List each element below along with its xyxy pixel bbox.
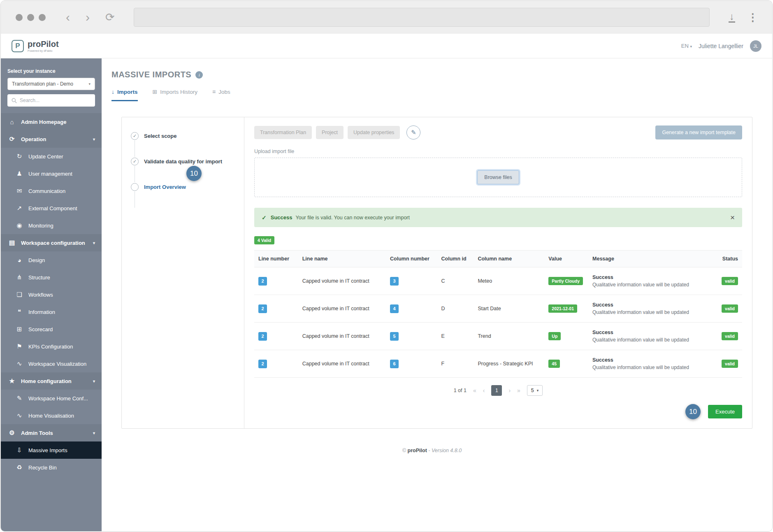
sidebar-item-monitoring[interactable]: ◉Monitoring: [1, 217, 102, 234]
update-properties-button[interactable]: Update properties: [348, 126, 400, 139]
user-icon: ♟: [15, 170, 24, 177]
window-dot[interactable]: [16, 14, 23, 21]
propilot-logo[interactable]: P proPilot Powered by dFakto: [12, 40, 59, 52]
sidebar-item-workspace-visualization[interactable]: ∿Workspace Visualization: [1, 355, 102, 372]
value-badge: Up: [548, 332, 561, 340]
instance-label: Select your instance: [1, 68, 102, 74]
chevron-down-icon: ▾: [537, 388, 539, 393]
step-import-overview[interactable]: Import Overview: [131, 182, 235, 191]
sidebar-item-label: Workspace Home Conf...: [28, 395, 88, 402]
avatar[interactable]: JL: [750, 40, 761, 52]
grid-icon: ⊞: [15, 325, 24, 333]
browser-chrome: ‹ › ⟳ ↓ ⋮: [1, 1, 772, 34]
sidebar-item-label: Massive Imports: [28, 447, 67, 453]
user-name[interactable]: Juliette Langellier: [699, 43, 743, 49]
window-dot[interactable]: [39, 14, 46, 21]
line-number-cell: 2: [254, 267, 298, 295]
sidebar-item-design[interactable]: ◕Design: [1, 251, 102, 269]
sidebar-item-information[interactable]: ❝Information: [1, 303, 102, 321]
column-number-badge: 5: [390, 332, 399, 341]
value-cell: 45: [544, 350, 588, 378]
tab-jobs[interactable]: ≡ Jobs: [212, 88, 230, 101]
trash-icon: ♻: [15, 464, 24, 471]
sidebar-item-update-center[interactable]: ↻Update Center: [1, 148, 102, 165]
sidebar-search[interactable]: [7, 94, 95, 107]
edit-scope-button[interactable]: ✎: [406, 125, 420, 139]
sidebar-item-home-visualisation[interactable]: ∿Home Visualisation: [1, 407, 102, 424]
first-page-icon[interactable]: «: [473, 387, 476, 394]
chevron-down-icon: ▾: [93, 241, 95, 245]
step-circle-icon: [131, 183, 139, 191]
next-page-icon[interactable]: ›: [508, 387, 511, 394]
sidebar-item-massive-imports[interactable]: ⇩Massive Imports: [1, 441, 102, 459]
sidebar-item-workspace-home-conf[interactable]: ✎Workspace Home Conf...: [1, 390, 102, 407]
reload-icon[interactable]: ⟳: [105, 12, 115, 23]
column-number-cell: 5: [386, 323, 437, 350]
sidebar-item-communication[interactable]: ✉Communication: [1, 182, 102, 200]
sidebar-item-structure[interactable]: ⋔Structure: [1, 269, 102, 286]
file-dropzone[interactable]: Browse files: [254, 158, 742, 197]
sidebar-item-label: Update Center: [28, 153, 63, 160]
generate-template-button[interactable]: Generate a new import template: [655, 125, 742, 139]
prev-page-icon[interactable]: ‹: [483, 387, 485, 394]
browse-files-button[interactable]: Browse files: [477, 170, 519, 184]
transformation-plan-button[interactable]: Transformation Plan: [254, 126, 312, 139]
current-page-button[interactable]: 1: [491, 385, 502, 396]
tab-imports-history[interactable]: ⊞ Imports History: [153, 88, 198, 101]
sidebar-item-kpis-configuration[interactable]: ⚑KPIs Configuration: [1, 338, 102, 355]
step-check-icon: ✓: [131, 158, 139, 165]
sidebar-item-operation[interactable]: ⟳Operation▾: [1, 130, 102, 148]
browser-menu-icon[interactable]: ⋮: [747, 11, 758, 24]
instance-select[interactable]: Transformation plan - Demo ▾: [7, 78, 95, 90]
back-icon[interactable]: ‹: [66, 11, 70, 23]
forward-icon[interactable]: ›: [86, 11, 90, 23]
step-select-scope[interactable]: ✓ Select scope: [131, 131, 235, 140]
alert-title: Success: [271, 214, 292, 221]
execute-button[interactable]: Execute: [708, 405, 742, 418]
sidebar-item-admin-homepage[interactable]: ⌂Admin Homepage: [1, 113, 102, 130]
step-check-icon: ✓: [131, 132, 139, 140]
window-dot[interactable]: [27, 14, 34, 21]
import-card: ✓ Select scope ✓ Validate data quality f…: [121, 117, 752, 429]
sidebar-item-label: Admin Tools: [21, 430, 53, 436]
info-icon[interactable]: i: [195, 71, 203, 79]
gear-icon: ⚙: [7, 429, 16, 437]
close-icon[interactable]: ×: [730, 214, 735, 221]
sidebar-item-workflows[interactable]: ❏Workflows: [1, 286, 102, 303]
value-cell: Partly Cloudy: [544, 267, 588, 295]
sidebar-item-scorecard[interactable]: ⊞Scorecard: [1, 321, 102, 338]
sidebar-item-label: External Component: [28, 205, 77, 211]
sidebar-item-user-management[interactable]: ♟User management: [1, 165, 102, 182]
tab-imports[interactable]: ↓ Imports: [111, 88, 138, 101]
step-validate-data[interactable]: ✓ Validate data quality for import: [131, 157, 235, 166]
speech-bubble-icon: ❝: [15, 308, 24, 316]
sidebar-item-label: KPIs Configuration: [28, 344, 73, 350]
sidebar-item-label: Admin Homepage: [21, 119, 67, 125]
sidebar-item-label: Home configuration: [21, 378, 72, 384]
project-button[interactable]: Project: [316, 126, 344, 139]
sidebar-item-home-configuration[interactable]: ★Home configuration▾: [1, 372, 102, 390]
palette-icon: ◕: [15, 257, 24, 264]
line-chart-icon: ∿: [15, 412, 24, 419]
sidebar-item-admin-tools[interactable]: ⚙Admin Tools▾: [1, 424, 102, 441]
column-id-cell: E: [437, 323, 474, 350]
last-page-icon[interactable]: »: [517, 387, 520, 394]
sidebar-item-external-component[interactable]: ↗External Component: [1, 200, 102, 217]
page-size-select[interactable]: 5 ▾: [527, 385, 543, 396]
import-icon: ↓: [111, 88, 114, 95]
url-bar[interactable]: [134, 8, 710, 27]
column-header: Column number: [386, 251, 437, 267]
column-id-cell: D: [437, 295, 474, 323]
column-header: Line number: [254, 251, 298, 267]
language-selector[interactable]: EN ▾: [681, 43, 692, 49]
search-input[interactable]: [20, 98, 91, 103]
table-header-row: Line numberLine nameColumn numberColumn …: [254, 251, 742, 267]
column-name-cell: Progress - Strategic KPI: [474, 350, 544, 378]
column-number-cell: 3: [386, 267, 437, 295]
column-name-cell: Trend: [474, 323, 544, 350]
sidebar-item-recycle-bin[interactable]: ♻Recycle Bin: [1, 459, 102, 476]
sidebar-item-workspace-configuration[interactable]: ▤Workspace configuration▾: [1, 234, 102, 251]
column-header: Value: [544, 251, 588, 267]
sidebar-item-label: Structure: [28, 274, 50, 281]
download-icon[interactable]: ↓: [729, 12, 735, 23]
